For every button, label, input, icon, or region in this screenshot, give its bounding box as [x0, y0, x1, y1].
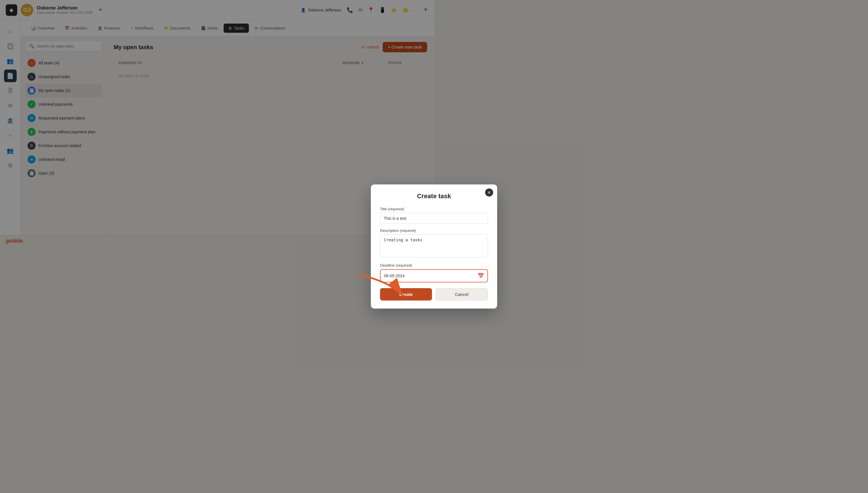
- modal-title: Create task: [380, 192, 434, 200]
- modal-overlay[interactable]: Create task ✕ Title (required) Descripti…: [0, 0, 434, 246]
- description-textarea[interactable]: Creating a tasks: [380, 234, 434, 246]
- title-label: Title (required): [380, 207, 434, 211]
- title-input[interactable]: [380, 213, 434, 224]
- create-task-modal: Create task ✕ Title (required) Descripti…: [371, 185, 434, 246]
- description-label: Description (required): [380, 229, 434, 233]
- title-form-group: Title (required): [380, 207, 434, 224]
- description-form-group: Description (required) Creating a tasks: [380, 229, 434, 246]
